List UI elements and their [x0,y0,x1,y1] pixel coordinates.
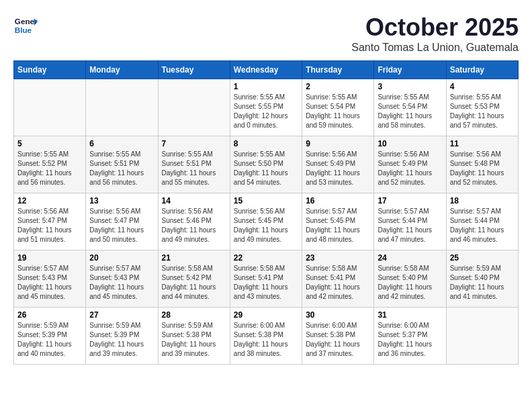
day-number: 14 [162,196,226,205]
calendar-week-row: 26Sunrise: 5:59 AMSunset: 5:39 PMDayligh… [14,308,519,365]
day-number: 25 [450,253,515,263]
weekday-header-wednesday: Wednesday [230,61,302,79]
day-info: Sunrise: 5:58 AMSunset: 5:42 PMDaylight:… [162,264,226,302]
calendar-cell: 31Sunrise: 6:00 AMSunset: 5:37 PMDayligh… [374,308,446,365]
weekday-header-sunday: Sunday [14,61,86,79]
calendar-cell: 13Sunrise: 5:56 AMSunset: 5:47 PMDayligh… [86,193,158,250]
calendar-cell: 11Sunrise: 5:56 AMSunset: 5:48 PMDayligh… [446,136,518,193]
calendar-cell: 30Sunrise: 6:00 AMSunset: 5:38 PMDayligh… [302,308,374,365]
day-number: 13 [89,196,154,205]
calendar-cell: 12Sunrise: 5:56 AMSunset: 5:47 PMDayligh… [14,193,86,250]
calendar-cell: 17Sunrise: 5:57 AMSunset: 5:44 PMDayligh… [374,193,446,250]
day-number: 8 [234,139,298,148]
day-number: 18 [450,196,515,205]
calendar-cell: 15Sunrise: 5:56 AMSunset: 5:45 PMDayligh… [230,193,302,250]
day-info: Sunrise: 5:55 AMSunset: 5:54 PMDaylight:… [378,93,442,130]
day-number: 19 [17,253,82,263]
day-info: Sunrise: 5:59 AMSunset: 5:40 PMDaylight:… [450,264,515,302]
calendar-cell: 3Sunrise: 5:55 AMSunset: 5:54 PMDaylight… [374,79,446,136]
day-number: 10 [378,139,442,148]
day-info: Sunrise: 5:55 AMSunset: 5:51 PMDaylight:… [162,150,226,187]
day-info: Sunrise: 5:59 AMSunset: 5:39 PMDaylight:… [17,321,82,359]
day-info: Sunrise: 5:55 AMSunset: 5:55 PMDaylight:… [234,93,298,130]
calendar-cell [14,79,86,136]
calendar-cell: 4Sunrise: 5:55 AMSunset: 5:53 PMDaylight… [446,79,518,136]
day-info: Sunrise: 5:59 AMSunset: 5:39 PMDaylight:… [89,321,154,359]
calendar-cell: 21Sunrise: 5:58 AMSunset: 5:42 PMDayligh… [158,250,230,308]
calendar-cell: 5Sunrise: 5:55 AMSunset: 5:52 PMDaylight… [14,136,86,193]
day-info: Sunrise: 5:56 AMSunset: 5:48 PMDaylight:… [450,150,515,187]
calendar-cell: 10Sunrise: 5:56 AMSunset: 5:49 PMDayligh… [374,136,446,193]
calendar-cell: 18Sunrise: 5:57 AMSunset: 5:44 PMDayligh… [446,193,518,250]
day-info: Sunrise: 5:57 AMSunset: 5:45 PMDaylight:… [306,207,370,244]
calendar-cell [86,79,158,136]
calendar-week-row: 1Sunrise: 5:55 AMSunset: 5:55 PMDaylight… [14,79,519,136]
day-info: Sunrise: 6:00 AMSunset: 5:37 PMDaylight:… [378,321,442,359]
day-number: 30 [306,310,370,320]
day-info: Sunrise: 5:57 AMSunset: 5:44 PMDaylight:… [378,207,442,244]
day-info: Sunrise: 5:59 AMSunset: 5:38 PMDaylight:… [162,321,226,359]
day-number: 12 [17,196,82,205]
day-number: 5 [17,139,82,148]
day-number: 23 [306,253,370,263]
calendar-cell: 20Sunrise: 5:57 AMSunset: 5:43 PMDayligh… [86,250,158,308]
calendar-cell: 1Sunrise: 5:55 AMSunset: 5:55 PMDaylight… [230,79,302,136]
logo: General Blue [13,13,38,38]
weekday-header-monday: Monday [86,61,158,79]
calendar-cell: 14Sunrise: 5:56 AMSunset: 5:46 PMDayligh… [158,193,230,250]
day-info: Sunrise: 5:55 AMSunset: 5:53 PMDaylight:… [450,93,515,130]
weekday-header-tuesday: Tuesday [158,61,230,79]
day-info: Sunrise: 5:56 AMSunset: 5:47 PMDaylight:… [17,207,82,244]
day-number: 22 [234,253,298,263]
day-number: 29 [234,310,298,320]
calendar-week-row: 5Sunrise: 5:55 AMSunset: 5:52 PMDaylight… [14,136,519,193]
day-info: Sunrise: 5:58 AMSunset: 5:40 PMDaylight:… [378,264,442,302]
day-info: Sunrise: 5:55 AMSunset: 5:52 PMDaylight:… [17,150,82,187]
day-number: 11 [450,139,515,148]
calendar-cell: 16Sunrise: 5:57 AMSunset: 5:45 PMDayligh… [302,193,374,250]
day-number: 9 [306,139,370,148]
day-info: Sunrise: 5:58 AMSunset: 5:41 PMDaylight:… [234,264,298,302]
calendar-cell: 6Sunrise: 5:55 AMSunset: 5:51 PMDaylight… [86,136,158,193]
title-area: October 2025 Santo Tomas La Union, Guate… [351,13,519,54]
day-number: 26 [17,310,82,320]
day-info: Sunrise: 5:58 AMSunset: 5:41 PMDaylight:… [306,264,370,302]
day-info: Sunrise: 5:57 AMSunset: 5:44 PMDaylight:… [450,207,515,244]
day-info: Sunrise: 6:00 AMSunset: 5:38 PMDaylight:… [234,321,298,359]
day-number: 17 [378,196,442,205]
day-number: 1 [234,82,298,91]
calendar-cell: 29Sunrise: 6:00 AMSunset: 5:38 PMDayligh… [230,308,302,365]
calendar-cell: 25Sunrise: 5:59 AMSunset: 5:40 PMDayligh… [446,250,518,308]
calendar-cell: 19Sunrise: 5:57 AMSunset: 5:43 PMDayligh… [14,250,86,308]
day-info: Sunrise: 5:56 AMSunset: 5:49 PMDaylight:… [306,150,370,187]
day-number: 16 [306,196,370,205]
calendar-table: SundayMondayTuesdayWednesdayThursdayFrid… [13,60,519,365]
calendar-week-row: 12Sunrise: 5:56 AMSunset: 5:47 PMDayligh… [14,193,519,250]
calendar-cell: 7Sunrise: 5:55 AMSunset: 5:51 PMDaylight… [158,136,230,193]
calendar-cell: 26Sunrise: 5:59 AMSunset: 5:39 PMDayligh… [14,308,86,365]
day-info: Sunrise: 5:56 AMSunset: 5:49 PMDaylight:… [378,150,442,187]
svg-text:Blue: Blue [15,26,32,34]
day-info: Sunrise: 5:56 AMSunset: 5:47 PMDaylight:… [89,207,154,244]
day-info: Sunrise: 5:56 AMSunset: 5:46 PMDaylight:… [162,207,226,244]
day-info: Sunrise: 5:55 AMSunset: 5:50 PMDaylight:… [234,150,298,187]
calendar-cell [158,79,230,136]
day-info: Sunrise: 5:55 AMSunset: 5:54 PMDaylight:… [306,93,370,130]
weekday-header-friday: Friday [374,61,446,79]
day-number: 31 [378,310,442,320]
calendar-cell: 24Sunrise: 5:58 AMSunset: 5:40 PMDayligh… [374,250,446,308]
day-number: 2 [306,82,370,91]
day-info: Sunrise: 5:55 AMSunset: 5:51 PMDaylight:… [89,150,154,187]
weekday-header-saturday: Saturday [446,61,518,79]
day-number: 27 [89,310,154,320]
weekday-header-thursday: Thursday [302,61,374,79]
location-subtitle: Santo Tomas La Union, Guatemala [351,42,519,54]
month-title: October 2025 [351,13,519,42]
calendar-week-row: 19Sunrise: 5:57 AMSunset: 5:43 PMDayligh… [14,250,519,308]
calendar-cell: 28Sunrise: 5:59 AMSunset: 5:38 PMDayligh… [158,308,230,365]
calendar-header-row: SundayMondayTuesdayWednesdayThursdayFrid… [14,61,519,79]
calendar-cell: 2Sunrise: 5:55 AMSunset: 5:54 PMDaylight… [302,79,374,136]
day-number: 24 [378,253,442,263]
calendar-cell: 27Sunrise: 5:59 AMSunset: 5:39 PMDayligh… [86,308,158,365]
day-info: Sunrise: 5:56 AMSunset: 5:45 PMDaylight:… [234,207,298,244]
